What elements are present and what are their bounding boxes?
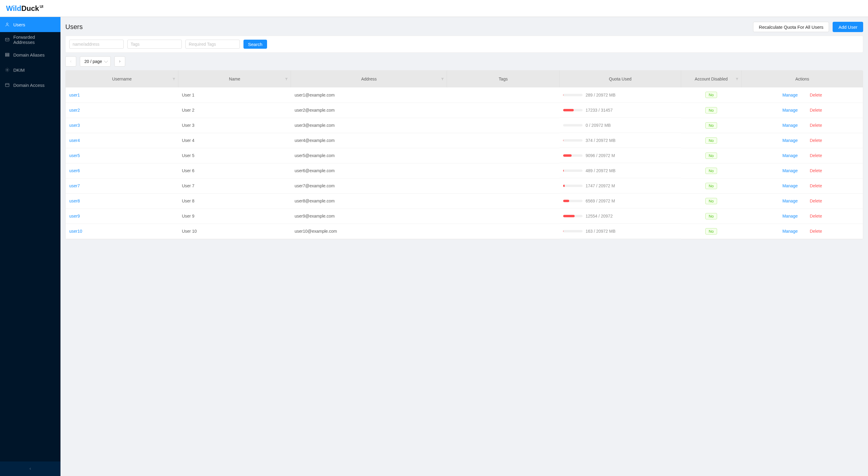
cell-username: user2 — [66, 102, 178, 118]
cell-address: user7@example.com — [291, 178, 447, 194]
delete-button[interactable]: Delete — [810, 123, 822, 128]
search-button[interactable]: Search — [244, 40, 267, 49]
logo-duck: Duck — [21, 4, 39, 13]
svg-point-5 — [7, 69, 8, 70]
column-header[interactable]: Account Disabled — [681, 70, 742, 87]
disabled-badge: No — [705, 213, 717, 219]
disabled-badge: No — [705, 168, 717, 174]
username-link[interactable]: user2 — [69, 108, 80, 113]
pager-prev-button[interactable] — [65, 56, 76, 66]
alias-icon — [5, 52, 10, 57]
svg-rect-3 — [5, 55, 9, 55]
column-header[interactable]: Username — [66, 70, 178, 87]
cell-username: user3 — [66, 118, 178, 133]
delete-button[interactable]: Delete — [810, 153, 822, 158]
delete-button[interactable]: Delete — [810, 108, 822, 113]
manage-button[interactable]: Manage — [782, 93, 798, 97]
cell-name: User 10 — [178, 224, 291, 239]
cell-name: User 1 — [178, 87, 291, 102]
delete-button[interactable]: Delete — [810, 93, 822, 97]
sidebar-item-domain-access[interactable]: Domain Access — [0, 78, 61, 93]
delete-button[interactable]: Delete — [810, 168, 822, 173]
cell-quota: 374 / 20972 MB — [559, 133, 681, 148]
search-required-tags-input[interactable] — [185, 40, 240, 49]
search-name-input[interactable] — [69, 40, 124, 49]
disabled-badge: No — [705, 107, 717, 114]
sidebar-item-label: Forwarded Addresses — [13, 34, 56, 45]
delete-button[interactable]: Delete — [810, 138, 822, 143]
sidebar-item-label: Domain Aliases — [13, 52, 44, 58]
username-link[interactable]: user5 — [69, 153, 80, 158]
username-link[interactable]: user9 — [69, 214, 80, 218]
search-tags-input[interactable] — [127, 40, 182, 49]
sidebar-item-label: Users — [13, 22, 25, 27]
manage-button[interactable]: Manage — [782, 229, 798, 234]
cell-actions: ManageDelete — [742, 87, 863, 102]
pager-next-button[interactable] — [114, 56, 125, 66]
svg-rect-6 — [5, 84, 9, 87]
recalculate-button[interactable]: Recalculate Quota For All Users — [753, 22, 829, 32]
column-header: Tags — [447, 70, 559, 87]
column-header[interactable]: Name — [178, 70, 291, 87]
sidebar-item-users[interactable]: Users — [0, 17, 61, 32]
cell-actions: ManageDelete — [742, 208, 863, 224]
username-link[interactable]: user4 — [69, 138, 80, 143]
manage-button[interactable]: Manage — [782, 183, 798, 188]
manage-button[interactable]: Manage — [782, 108, 798, 113]
table-row: user4User 4user4@example.com374 / 20972 … — [66, 133, 863, 148]
cell-quota: 289 / 20972 MB — [559, 87, 681, 102]
username-link[interactable]: user8 — [69, 199, 80, 203]
username-link[interactable]: user10 — [69, 229, 82, 234]
manage-button[interactable]: Manage — [782, 138, 798, 143]
cell-username: user10 — [66, 224, 178, 239]
manage-button[interactable]: Manage — [782, 153, 798, 158]
page-size-label: 20 / page — [84, 59, 102, 64]
column-label: Name — [229, 77, 240, 81]
quota-text: 6569 / 20972 M — [586, 199, 615, 203]
column-header: Quota Used — [559, 70, 681, 87]
cell-tags — [447, 133, 559, 148]
username-link[interactable]: user3 — [69, 123, 80, 128]
page-header: Users Recalculate Quota For All Users Ad… — [65, 22, 863, 32]
table-row: user7User 7user7@example.com1747 / 20972… — [66, 178, 863, 194]
column-header[interactable]: Address — [291, 70, 447, 87]
cell-tags — [447, 194, 559, 208]
sidebar-item-domain-aliases[interactable]: Domain Aliases — [0, 47, 61, 62]
cell-disabled: No — [681, 133, 742, 148]
delete-button[interactable]: Delete — [810, 183, 822, 188]
cell-address: user9@example.com — [291, 208, 447, 224]
manage-button[interactable]: Manage — [782, 214, 798, 218]
delete-button[interactable]: Delete — [810, 214, 822, 218]
username-link[interactable]: user6 — [69, 168, 80, 173]
cell-actions: ManageDelete — [742, 118, 863, 133]
cell-disabled: No — [681, 118, 742, 133]
delete-button[interactable]: Delete — [810, 229, 822, 234]
manage-button[interactable]: Manage — [782, 199, 798, 203]
page-size-select[interactable]: 20 / page — [80, 56, 111, 66]
quota-progress — [563, 94, 583, 96]
quota-text: 489 / 20972 MB — [586, 168, 616, 173]
chevron-left-icon — [28, 467, 32, 471]
sidebar-item-forwarded-addresses[interactable]: Forwarded Addresses — [0, 32, 61, 47]
sidebar-item-dkim[interactable]: DKIM — [0, 62, 61, 78]
pagination: 20 / page — [65, 56, 863, 66]
sidebar-collapse-button[interactable] — [0, 462, 61, 476]
disabled-badge: No — [705, 228, 717, 235]
manage-button[interactable]: Manage — [782, 168, 798, 173]
sidebar-item-label: Domain Access — [13, 83, 44, 88]
delete-button[interactable]: Delete — [810, 199, 822, 203]
svg-rect-4 — [5, 56, 9, 57]
add-user-button[interactable]: Add User — [833, 22, 863, 32]
user-icon — [5, 22, 10, 27]
manage-button[interactable]: Manage — [782, 123, 798, 128]
quota-progress — [563, 200, 583, 202]
page-actions: Recalculate Quota For All Users Add User — [753, 22, 863, 32]
username-link[interactable]: user1 — [69, 93, 80, 97]
cell-username: user9 — [66, 208, 178, 224]
quota-progress — [563, 109, 583, 111]
svg-rect-1 — [5, 38, 9, 41]
cell-address: user3@example.com — [291, 118, 447, 133]
cell-quota: 0 / 20972 MB — [559, 118, 681, 133]
username-link[interactable]: user7 — [69, 183, 80, 188]
search-card: Search — [65, 36, 863, 53]
